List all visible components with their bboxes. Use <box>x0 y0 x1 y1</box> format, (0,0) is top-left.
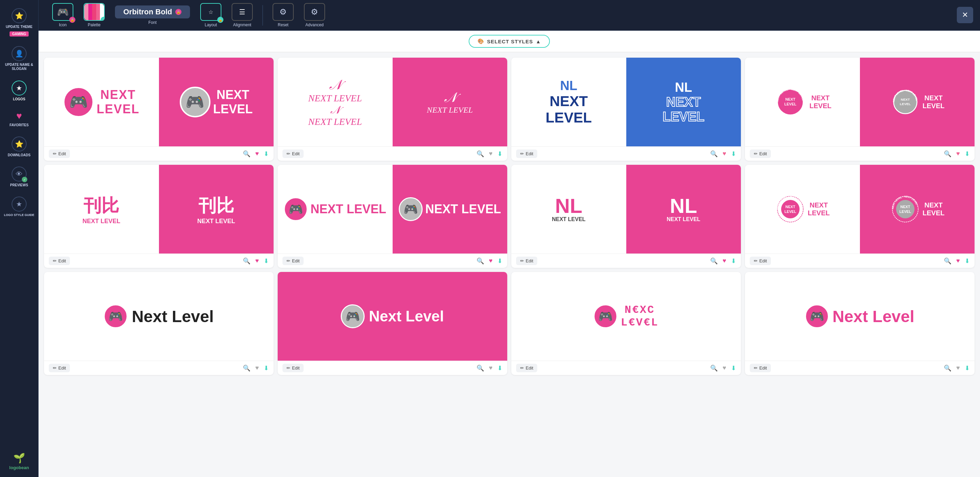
toolbar-palette-tool[interactable]: 🔒 Palette <box>80 1 108 29</box>
svg-text:LEVEL: LEVEL <box>900 102 911 106</box>
edit-icon-9: ✏ <box>53 365 57 370</box>
download-icon-11[interactable]: ⬇ <box>731 364 736 372</box>
edit-button-10[interactable]: ✏ Edit <box>282 364 304 372</box>
download-icon-2[interactable]: ⬇ <box>497 150 503 158</box>
search-icon-1[interactable]: 🔍 <box>243 150 250 158</box>
logo-card-9-actions: ✏ Edit 🔍 ♥ ⬇ <box>44 361 274 375</box>
sidebar-item-update-theme[interactable]: ⭐ UPDATE THEME GAMING <box>0 3 38 41</box>
download-icon-5[interactable]: ⬇ <box>264 257 269 265</box>
logo-card-12-actions: ✏ Edit 🔍 ♥ ⬇ <box>745 361 975 375</box>
sidebar-item-downloads[interactable]: ⭐ DOWNLOADS <box>0 132 38 162</box>
download-icon-8[interactable]: ⬇ <box>965 257 970 265</box>
logo-layout-10a: 🎮 Next Level <box>341 304 444 328</box>
alignment-tool-box: ☰ <box>232 3 253 21</box>
toolbar-alignment-tool[interactable]: ☰ Alignment <box>228 1 256 29</box>
sidebar-item-favorites[interactable]: ♥ FAVORITES <box>0 106 38 132</box>
heart-icon-8[interactable]: ♥ <box>956 257 960 265</box>
heart-icon-1[interactable]: ♥ <box>255 150 259 157</box>
search-icon-11[interactable]: 🔍 <box>710 364 718 372</box>
download-icon-4[interactable]: ⬇ <box>965 150 970 158</box>
heart-icon-4[interactable]: ♥ <box>956 150 960 157</box>
logo-layout-8b: NEXT LEVEL • NEXT LEVEL • NEXT LEVEL NEX… <box>890 194 945 225</box>
logo-layout-6a: 🎮 NEXT LEVEL <box>284 197 386 221</box>
search-icon-3[interactable]: 🔍 <box>710 150 718 158</box>
layout-label: Layout <box>205 22 217 27</box>
toolbar-icon-tool[interactable]: 🎮 🔒 Icon <box>49 1 77 29</box>
alignment-label: Alignment <box>233 22 251 27</box>
font-name: Orbitron Bold <box>124 8 172 16</box>
heart-icon-2[interactable]: ♥ <box>489 150 493 157</box>
sidebar-item-logo-style-guide[interactable]: ★ LOGO STYLE GUIDE <box>0 192 38 222</box>
search-icon-6[interactable]: 🔍 <box>477 257 484 265</box>
edit-button-3[interactable]: ✏ Edit <box>516 150 537 158</box>
logo-card-10-actions: ✏ Edit 🔍 ♥ ⬇ <box>278 361 507 375</box>
heart-icon-9[interactable]: ♥ <box>255 364 259 372</box>
download-icon-7[interactable]: ⬇ <box>731 257 736 265</box>
edit-label-5: Edit <box>58 258 66 263</box>
svg-text:LEVEL: LEVEL <box>899 209 911 214</box>
close-button[interactable]: ✕ <box>957 7 973 23</box>
edit-button-6[interactable]: ✏ Edit <box>282 257 304 265</box>
sidebar-item-update-name[interactable]: 👤 UPDATE NAME & SLOGAN <box>0 41 38 76</box>
select-styles-button[interactable]: 🎨 SELECT STYLES ▲ <box>469 35 550 48</box>
sidebar-item-label: UPDATE THEME <box>6 25 32 29</box>
logo-card-1-half-left: 🎮 NEXT LEVEL <box>44 57 159 147</box>
search-icon-4[interactable]: 🔍 <box>944 150 951 158</box>
heart-icon-3[interactable]: ♥ <box>722 150 726 157</box>
next-text-4a: NEXT <box>811 94 830 102</box>
edit-button-11[interactable]: ✏ Edit <box>516 364 537 372</box>
edit-button-9[interactable]: ✏ Edit <box>49 364 70 372</box>
download-icon-10[interactable]: ⬇ <box>497 364 503 372</box>
search-icon-5[interactable]: 🔍 <box>243 257 250 265</box>
next-level-text-6a: NEXT LEVEL <box>310 202 386 216</box>
kanji-text-5a: 刊比 <box>84 194 119 218</box>
logo-layout-3b: NL NEXT LEVEL <box>663 80 705 124</box>
sidebar-item-logos[interactable]: ★ LOGOS <box>0 76 38 106</box>
heart-icon-6[interactable]: ♥ <box>489 257 493 265</box>
logo-card-9: 🎮 Next Level ✏ Edit 🔍 ♥ ⬇ <box>44 272 274 375</box>
heart-icon-11[interactable]: ♥ <box>722 364 726 372</box>
edit-label-12: Edit <box>759 365 767 370</box>
download-icon-1[interactable]: ⬇ <box>264 150 269 158</box>
edit-icon-6: ✏ <box>286 258 290 263</box>
edit-button-5[interactable]: ✏ Edit <box>49 257 70 265</box>
pixel-level-text-11a: L€V€L <box>621 316 659 329</box>
heart-icon-12[interactable]: ♥ <box>956 364 960 372</box>
search-icon-12[interactable]: 🔍 <box>944 364 951 372</box>
search-icon-7[interactable]: 🔍 <box>710 257 718 265</box>
search-icon-2[interactable]: 🔍 <box>477 150 484 158</box>
logo-card-3-half-right: NL NEXT LEVEL <box>626 57 741 147</box>
toolbar-font-tool[interactable]: Orbitron Bold 🔒 Font <box>111 3 193 27</box>
edit-icon-12: ✏ <box>754 365 757 370</box>
toolbar-advanced-tool[interactable]: ⚙ Advanced <box>301 1 328 29</box>
heart-icon-5[interactable]: ♥ <box>255 257 259 265</box>
logos-icon: ★ <box>11 81 27 96</box>
edit-button-12[interactable]: ✏ Edit <box>750 364 771 372</box>
download-icon-6[interactable]: ⬇ <box>497 257 503 265</box>
toolbar-layout-tool[interactable]: ☆ 🔒 Layout <box>197 1 225 29</box>
edit-button-1[interactable]: ✏ Edit <box>49 150 70 158</box>
advanced-tool-box: ⚙ <box>304 3 325 21</box>
chevron-up-icon: ▲ <box>536 38 541 45</box>
logo-layout-3a: NL NEXT LEVEL <box>546 78 592 126</box>
logo-card-1-preview: 🎮 NEXT LEVEL 🎮 NEXT LEVEL <box>44 57 274 147</box>
heart-icon-7[interactable]: ♥ <box>722 257 726 265</box>
edit-button-8[interactable]: ✏ Edit <box>750 257 771 265</box>
edit-button-2[interactable]: ✏ Edit <box>282 150 304 158</box>
sidebar-item-previews[interactable]: 👁 ✓ PREVIEWS <box>0 162 38 192</box>
search-icon-10[interactable]: 🔍 <box>477 364 484 372</box>
font-display-box: Orbitron Bold 🔒 <box>115 5 190 18</box>
next-level-sub-7b: NEXT LEVEL <box>667 216 700 222</box>
edit-button-4[interactable]: ✏ Edit <box>750 150 771 158</box>
toolbar-reset-tool[interactable]: ⚙ Reset <box>269 1 297 29</box>
download-icon-3[interactable]: ⬇ <box>731 150 736 158</box>
heart-icon-10[interactable]: ♥ <box>489 364 493 372</box>
logo-card-4-actions: ✏ Edit 🔍 ♥ ⬇ <box>745 147 975 161</box>
search-icon-8[interactable]: 🔍 <box>944 257 951 265</box>
download-icon-9[interactable]: ⬇ <box>264 364 269 372</box>
level-text-4a: LEVEL <box>810 102 831 110</box>
download-icon-12[interactable]: ⬇ <box>965 364 970 372</box>
edit-button-7[interactable]: ✏ Edit <box>516 257 537 265</box>
nl-big-7a: NL <box>555 196 582 216</box>
search-icon-9[interactable]: 🔍 <box>243 364 250 372</box>
